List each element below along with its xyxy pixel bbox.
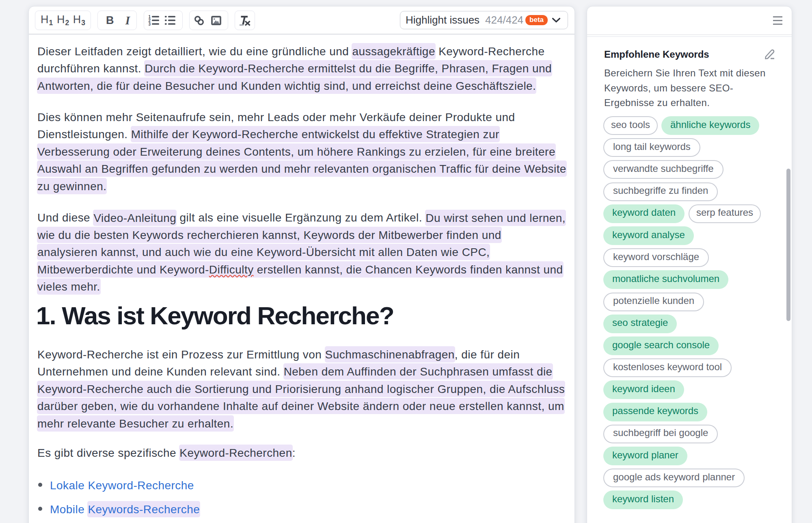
svg-text:3: 3 (149, 22, 151, 26)
